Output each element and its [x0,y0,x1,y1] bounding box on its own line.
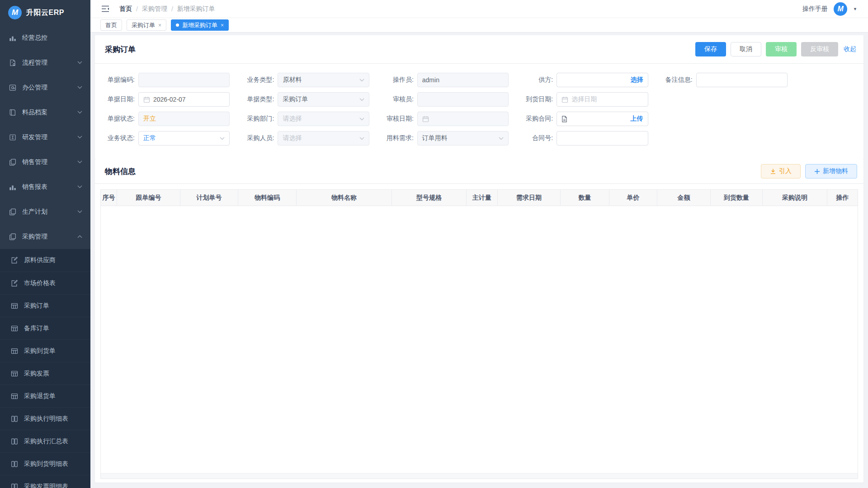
menu-fold-icon[interactable] [101,5,109,12]
import-button[interactable]: 引入 [761,164,801,178]
col-amount: 金额 [657,190,711,206]
collapse-button[interactable]: 收起 [843,45,857,53]
arrival-date-picker[interactable]: 选择日期 [557,92,648,107]
sidebar-item-rnd-mgmt[interactable]: 研发管理 [0,125,90,150]
supplier-select-link[interactable]: 选择 [631,76,643,84]
purchase-order-form: 单据编码: 业务类型: 原材料 操作员: [95,64,863,159]
chevron-down-icon [77,185,82,188]
app-logo: M 升阳云ERP [0,0,90,25]
sidebar-item-sales-report[interactable]: 销售报表 [0,174,90,199]
col-model-spec: 型号规格 [392,190,467,206]
doc-edit-icon [11,257,18,264]
chevron-down-icon[interactable]: ▼ [853,7,857,11]
contract-no-input[interactable] [557,131,648,145]
field-purchase-staff: 采购人员: 请选择 [240,131,369,145]
bar-chart-icon [9,183,16,191]
field-doc-status: 单据状态: 开立 [100,112,230,126]
calendar-icon [422,116,429,122]
biz-status-select[interactable]: 正常 [138,131,230,145]
chevron-down-icon [77,111,82,114]
materials-table-body [101,206,858,473]
breadcrumb-separator: / [136,5,138,13]
materials-card-header: 物料信息 引入 新增物料 [95,159,863,183]
material-demand-select: 订单用料 [417,131,509,145]
sidebar-item-market-price[interactable]: 市场价格表 [0,272,90,294]
supplier-input[interactable]: 选择 [557,73,648,87]
field-doc-type: 单据类型: 采购订单 [240,92,369,107]
breadcrumb-home[interactable]: 首页 [119,5,132,13]
col-material-code: 物料编码 [238,190,297,206]
chevron-down-icon [359,79,364,82]
field-remark: 备注信息: [658,73,788,87]
close-icon[interactable]: × [158,23,161,28]
sidebar: M 升阳云ERP 经营总控 流程管理 办公管理 料品档案 研发管理 [0,0,90,488]
upload-link[interactable]: 上传 [631,115,643,123]
sidebar-item-purchase-arrival-detail[interactable]: 采购到货明细表 [0,452,90,475]
form-card-header: 采购订单 保存 取消 审核 反审核 收起 [95,35,863,63]
chevron-up-icon [77,235,82,238]
chevron-down-icon [77,86,82,89]
field-doc-date: 单据日期: 2026-02-07 [100,92,230,107]
audit-button[interactable]: 审核 [766,42,797,56]
sidebar-item-stock-order[interactable]: 备库订单 [0,317,90,339]
cancel-button[interactable]: 取消 [731,42,761,56]
remark-input[interactable] [696,73,788,87]
materials-table: 序号 跟单编号 计划单号 物料编码 物料名称 型号规格 主计量 需求日期 数量 … [100,189,858,479]
sidebar-item-raw-supplier[interactable]: 原料供应商 [0,249,90,272]
sidebar-item-purchase-invoice[interactable]: 采购发票 [0,362,90,385]
field-purchase-contract: 采购合同: 上传 [519,112,648,126]
chevron-down-icon [77,61,82,64]
sidebar-item-production-plan[interactable]: 生产计划 [0,199,90,224]
field-biz-type: 业务类型: 原材料 [240,73,369,87]
close-icon[interactable]: × [221,23,224,28]
app-title: 升阳云ERP [26,8,64,18]
chevron-down-icon [220,137,225,140]
sidebar-item-office-mgmt[interactable]: 办公管理 [0,75,90,100]
field-purchase-dept: 采购部门: 请选择 [240,112,369,126]
purchase-contract-input[interactable]: 上传 [557,112,648,126]
save-button[interactable]: 保存 [695,42,726,56]
tab-home[interactable]: 首页 [100,19,122,31]
main-area: 首页 / 采购管理 / 新增采购订单 操作手册 M ▼ 首页 采购订单 × [90,0,868,488]
col-material-name: 物料名称 [297,190,392,206]
field-operator: 操作员: [379,73,509,87]
horizontal-scrollbar[interactable] [101,473,858,479]
breadcrumb-purchase-mgmt[interactable]: 采购管理 [142,5,167,13]
doc-date-picker[interactable]: 2026-02-07 [138,92,230,107]
manual-link[interactable]: 操作手册 [802,5,828,13]
bar-chart-icon [9,34,16,42]
sidebar-item-purchase-exec-summary[interactable]: 采购执行汇总表 [0,430,90,452]
field-biz-status: 业务状态: 正常 [100,131,230,145]
unaudit-button[interactable]: 反审核 [801,42,838,56]
active-dot [176,23,179,27]
sidebar-item-purchase-invoice-detail[interactable]: 采购发票明细表 [0,475,90,488]
auditor-input [417,92,509,107]
field-doc-code: 单据编码: [100,73,230,87]
sidebar-item-purchase-return[interactable]: 采购退货单 [0,385,90,407]
sidebar-item-material-archive[interactable]: 料品档案 [0,100,90,125]
materials-card: 物料信息 引入 新增物料 序号 [95,159,863,483]
tab-purchase-order[interactable]: 采购订单 × [127,19,166,31]
tab-new-purchase-order[interactable]: 新增采购订单 × [171,19,229,31]
chevron-down-icon [499,137,504,140]
field-contract-no: 合同号: [519,131,648,145]
sidebar-item-sales-mgmt[interactable]: 销售管理 [0,150,90,174]
field-supplier: 供方: 选择 [519,73,648,87]
sidebar-item-purchase-order[interactable]: 采购订单 [0,294,90,317]
chevron-down-icon [359,98,364,101]
sidebar-item-purchase-exec-detail[interactable]: 采购执行明细表 [0,407,90,430]
doc-code-input [138,73,230,87]
add-material-button[interactable]: 新增物料 [805,164,857,178]
sidebar-item-purchase-mgmt[interactable]: 采购管理 [0,224,90,249]
avatar[interactable]: M [834,2,847,16]
divider [95,183,863,184]
topbar: 首页 / 采购管理 / 新增采购订单 操作手册 M ▼ [90,0,868,18]
calendar-icon [561,96,568,103]
sidebar-item-process-mgmt[interactable]: 流程管理 [0,50,90,75]
sidebar-item-business-overview[interactable]: 经营总控 [0,25,90,50]
table-icon [11,347,18,355]
audit-date-picker [417,112,509,126]
sidebar-item-purchase-arrival[interactable]: 采购到货单 [0,339,90,362]
table-icon [11,393,18,400]
topbar-right: 操作手册 M ▼ [802,2,857,16]
